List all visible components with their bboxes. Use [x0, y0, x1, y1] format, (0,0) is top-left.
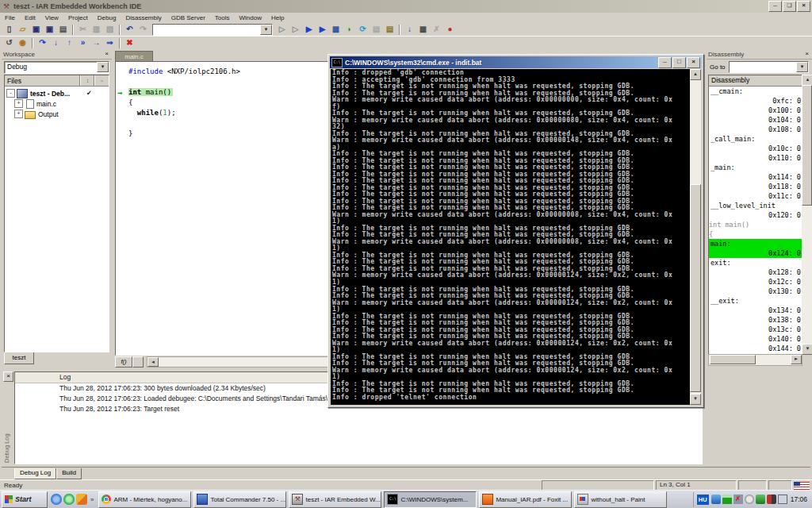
chevron-down-icon[interactable]	[260, 25, 272, 35]
taskbar-button-without-halt-paint[interactable]: without_halt - Paint	[574, 491, 667, 508]
next-statement-icon[interactable]: »	[76, 37, 90, 48]
taskbar-button-teszt-iar-embedded-w-[interactable]: teszt - IAR Embedded W...	[289, 491, 381, 508]
taskbar-button-c-windows-system-[interactable]: C:\WINDOWS\system...	[384, 491, 477, 508]
files-header-sort-icon[interactable]: ↕	[80, 75, 94, 86]
reset-icon[interactable]: ↺	[2, 37, 16, 48]
network-error-icon[interactable]	[733, 495, 743, 504]
open-file-icon[interactable]: ▱	[16, 24, 29, 35]
quicklaunch-desktop-icon[interactable]	[76, 494, 87, 505]
function-list-button[interactable]: f()	[115, 356, 132, 368]
wireless-icon[interactable]	[711, 495, 721, 504]
quick-search-combo[interactable]	[152, 24, 273, 36]
console-vertical-scrollbar[interactable]: ▲ ▼	[690, 69, 701, 405]
chevron-down-icon[interactable]	[97, 62, 109, 72]
quicklaunch-overflow-icon[interactable]: »	[90, 496, 94, 503]
disassembly-horizontal-scrollbar[interactable]: ►	[708, 354, 802, 366]
nav-forward-icon[interactable]: ▷	[289, 24, 302, 35]
menu-disassembly[interactable]: Disassembly	[121, 13, 166, 22]
step-over-icon[interactable]: ↷	[36, 37, 49, 48]
compile-icon[interactable]: ⟳	[356, 24, 370, 35]
new-file-icon[interactable]: ▯	[2, 24, 16, 35]
ide-titlebar[interactable]: teszt - IAR Embedded Workbench IDE	[0, 0, 812, 13]
debug-icon[interactable]: ●	[443, 24, 457, 35]
menu-window[interactable]: Window	[235, 13, 266, 22]
save-all-icon[interactable]: ▣	[43, 24, 56, 35]
menu-edit[interactable]: Edit	[20, 13, 40, 22]
breakpoint-disabled-icon[interactable]: ✗	[430, 24, 443, 35]
menu-file[interactable]: File	[0, 13, 20, 22]
start-button[interactable]: Start	[2, 491, 48, 508]
cmd-close-icon[interactable]	[687, 57, 700, 68]
menu-debug[interactable]: Debug	[93, 13, 121, 22]
log-close-icon[interactable]	[3, 371, 13, 382]
files-header-output-icon[interactable]: ▫	[94, 75, 109, 86]
watch-window-icon[interactable]: ▦	[329, 24, 343, 35]
tree-item-output[interactable]: +Output	[5, 109, 109, 119]
break-icon[interactable]: ◉	[16, 37, 29, 48]
restore-icon[interactable]	[783, 1, 796, 12]
workspace-close-icon[interactable]	[103, 51, 110, 58]
download-icon[interactable]: ↓	[403, 24, 416, 35]
signal-strength-icon[interactable]	[722, 495, 732, 504]
disassembly-close-icon[interactable]	[803, 51, 810, 58]
stop-build-icon[interactable]: ▤	[370, 24, 383, 35]
nav-back-icon[interactable]: ▷	[275, 24, 289, 35]
disassembly-vertical-scrollbar[interactable]: ▲ ▼	[802, 75, 812, 355]
display-settings-icon[interactable]	[778, 495, 787, 504]
taskbar-button-manual-iar-pdf-foxit-[interactable]: Manual_IAR.pdf - Foxit ...	[479, 491, 572, 508]
antivirus-icon[interactable]	[756, 495, 765, 504]
taskbar-button-total-commander-7-50-[interactable]: Total Commander 7.50 - ...	[193, 491, 286, 508]
scroll-right-icon[interactable]: ►	[791, 355, 802, 364]
goto-combo[interactable]	[729, 61, 809, 73]
make-icon[interactable]: ◗	[343, 24, 356, 35]
tab-debug-log[interactable]: Debug Log	[14, 468, 56, 479]
go-icon[interactable]: ⇒	[103, 37, 117, 48]
go-to-bookmark-icon[interactable]: ▶	[316, 24, 329, 35]
copy-icon[interactable]: ▥	[90, 24, 103, 35]
workspace-config-combo[interactable]: Debug	[4, 61, 109, 74]
run-to-cursor-icon[interactable]: →	[90, 37, 103, 48]
scroll-down-icon[interactable]: ▼	[690, 394, 701, 405]
scroll-down-icon[interactable]: ▼	[802, 344, 812, 355]
scrollbar-thumb[interactable]	[690, 184, 701, 392]
print-icon[interactable]: ▤	[56, 24, 70, 35]
quicklaunch-browser-icon[interactable]	[51, 494, 62, 505]
menu-gdb-server[interactable]: GDB Server	[167, 13, 210, 22]
step-out-icon[interactable]: ↑	[63, 37, 76, 48]
language-indicator[interactable]: HU	[697, 495, 709, 505]
paste-icon[interactable]: ▧	[103, 24, 117, 35]
menu-help[interactable]: Help	[266, 13, 289, 22]
tree-item-main-c[interactable]: +main.c	[5, 98, 109, 109]
undo-icon[interactable]: ↶	[123, 24, 136, 35]
toggle-bookmark-icon[interactable]: ▶	[302, 24, 316, 35]
cmd-titlebar[interactable]: C:\WINDOWS\system32\cmd.exe - indit.bat	[330, 56, 702, 68]
menu-view[interactable]: View	[40, 13, 63, 22]
scheduler-icon[interactable]	[745, 495, 754, 504]
registers-icon[interactable]: ▦	[416, 24, 430, 35]
cmd-maximize-icon[interactable]	[672, 57, 686, 68]
save-icon[interactable]: ▣	[29, 24, 43, 35]
build-log-icon[interactable]: ▤	[383, 24, 396, 35]
menu-tools[interactable]: Tools	[210, 13, 235, 22]
step-into-icon[interactable]: ↓	[49, 37, 63, 48]
scroll-up-icon[interactable]: ▲	[690, 69, 701, 80]
scrollbar-thumb[interactable]	[802, 85, 812, 206]
tree-item-teszt-deb-[interactable]: -teszt - Deb...✔	[5, 88, 109, 98]
usb-device-icon[interactable]	[767, 495, 776, 504]
menu-project[interactable]: Project	[63, 13, 93, 22]
taskbar-button-arm-mi-rtek-hogyano-[interactable]: ARM - Miértek, hogyano...	[98, 491, 191, 508]
redo-icon[interactable]: ↷	[136, 24, 150, 35]
stop-debugging-icon[interactable]: ✖	[123, 37, 136, 48]
workspace-bottom-tab[interactable]: teszt	[4, 352, 34, 364]
tab-build[interactable]: Build	[56, 468, 82, 479]
scroll-left-icon[interactable]: ◄	[147, 357, 159, 367]
expand-icon[interactable]: +	[14, 99, 23, 108]
cut-icon[interactable]: ✂	[76, 24, 90, 35]
quicklaunch-messenger-icon[interactable]	[63, 494, 75, 505]
scroll-up-icon[interactable]: ▲	[802, 75, 812, 86]
expand-icon[interactable]: +	[14, 110, 23, 118]
cmd-minimize-icon[interactable]	[658, 57, 672, 68]
collapse-icon[interactable]: -	[6, 89, 15, 98]
editor-tab-main-c[interactable]: main.c	[115, 51, 153, 62]
cmd-window[interactable]: C:\WINDOWS\system32\cmd.exe - indit.bat …	[327, 54, 704, 408]
